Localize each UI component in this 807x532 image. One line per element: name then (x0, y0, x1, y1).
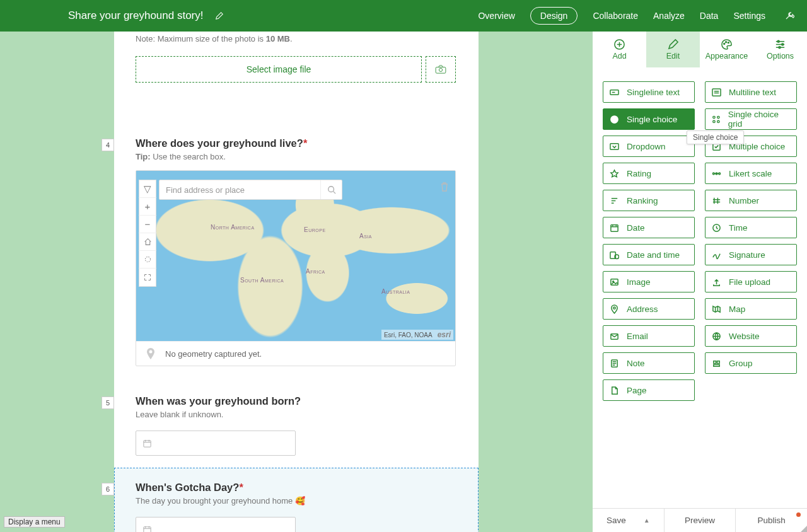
form-surface[interactable]: Note: Maximum size of the photo is 10 MB… (114, 32, 479, 532)
svg-rect-7 (144, 526, 151, 532)
field-icon (610, 277, 619, 287)
field-note[interactable]: Note (603, 352, 695, 374)
field-number[interactable]: Number (705, 190, 797, 211)
calendar-icon (142, 439, 152, 448)
svg-point-10 (726, 42, 727, 43)
map-zoom-out[interactable]: − (139, 216, 156, 233)
map-home[interactable] (139, 233, 156, 251)
field-grid: Singleline textMultiline textSingle choi… (593, 67, 807, 508)
camera-icon (435, 65, 446, 74)
q5-hint: Leave blank if unknown. (136, 410, 457, 419)
map-search-button[interactable] (320, 180, 342, 199)
map-search (159, 180, 342, 200)
tools-icon[interactable] (784, 11, 794, 21)
question-number-6: 6 (102, 483, 114, 495)
form-canvas: Note: Maximum size of the photo is 10 MB… (0, 32, 593, 532)
map-widget[interactable]: North America Europe Asia Africa South A… (136, 170, 456, 366)
field-group[interactable]: Group (705, 352, 797, 374)
resize-handle[interactable] (801, 526, 807, 532)
field-single-choice-grid[interactable]: Single choice grid (705, 108, 797, 130)
preview-button[interactable]: Preview (665, 509, 736, 532)
field-icon (712, 223, 721, 233)
field-email[interactable]: Email (603, 325, 695, 347)
continent-label: Australia (381, 288, 410, 295)
save-button[interactable]: Save▲ (593, 509, 665, 532)
field-icon (712, 250, 721, 260)
map-collapse-tool[interactable]: ▽ (139, 180, 156, 198)
nav-data[interactable]: Data (700, 11, 719, 21)
field-image[interactable]: Image (603, 271, 695, 292)
svg-point-2 (145, 257, 150, 262)
camera-button[interactable] (426, 56, 456, 83)
nav-collaborate[interactable]: Collaborate (593, 11, 638, 21)
nav-design[interactable]: Design (530, 7, 578, 25)
sliders-icon (774, 38, 786, 50)
edit-title-icon[interactable] (215, 11, 224, 20)
field-map[interactable]: Map (705, 298, 797, 320)
q5-label: When was your greyhound born? (136, 395, 457, 407)
field-date[interactable]: Date (603, 217, 695, 238)
field-icon (712, 277, 721, 287)
svg-rect-23 (610, 143, 618, 149)
svg-point-22 (717, 120, 719, 122)
publish-button[interactable]: Publish (736, 509, 807, 532)
field-dropdown[interactable]: Dropdown (603, 136, 695, 157)
nav-settings[interactable]: Settings (733, 11, 765, 21)
question-number-4: 4 (102, 139, 114, 151)
q6-label: When's Gotcha Day?* (136, 482, 457, 494)
svg-point-34 (613, 306, 615, 308)
top-nav: Overview Design Collaborate Analyze Data… (478, 7, 794, 25)
nav-overview[interactable]: Overview (478, 11, 514, 21)
continent-label: Africa (306, 268, 325, 275)
map-fullscreen[interactable] (139, 269, 156, 286)
q6-hint: The day you brought your greyhound home … (136, 496, 457, 506)
tab-add[interactable]: Add (593, 32, 646, 67)
field-multiline-text[interactable]: Multiline text (705, 81, 797, 103)
tab-edit[interactable]: Edit (646, 32, 700, 67)
field-icon (712, 88, 721, 97)
field-icon (712, 169, 721, 178)
tooltip: Single choice (687, 130, 744, 144)
tab-options[interactable]: Options (753, 32, 807, 67)
field-rating[interactable]: Rating (603, 163, 695, 184)
map-search-input[interactable] (160, 185, 320, 195)
field-icon (712, 304, 721, 314)
field-icon (610, 142, 619, 151)
q4-hint: Tip: Use the search box. (136, 152, 457, 161)
field-icon (610, 332, 619, 341)
map-attribution: Esri, FAO, NOAAesri (381, 330, 453, 340)
field-website[interactable]: Website (705, 325, 797, 347)
field-icon (610, 359, 619, 368)
field-date-and-time[interactable]: Date and time (603, 244, 695, 265)
tab-appearance[interactable]: Appearance (700, 32, 753, 67)
field-time[interactable]: Time (705, 217, 797, 238)
q6-date-input[interactable] (136, 517, 296, 532)
continent-label: North America (211, 224, 255, 231)
map-zoom-in[interactable]: + (139, 198, 156, 216)
search-icon (327, 185, 336, 194)
select-image-button[interactable]: Select image file (136, 56, 422, 83)
q5-date-input[interactable] (136, 431, 296, 456)
field-singleline-text[interactable]: Singleline text (603, 81, 695, 103)
field-file-upload[interactable]: File upload (705, 271, 797, 292)
field-icon (712, 332, 721, 341)
field-likert-scale[interactable]: Likert scale (705, 163, 797, 184)
field-icon (712, 196, 721, 205)
nav-analyze[interactable]: Analyze (653, 11, 685, 21)
field-address[interactable]: Address (603, 298, 695, 320)
field-page[interactable]: Page (603, 379, 695, 401)
svg-point-21 (713, 120, 715, 122)
question-number-5: 5 (102, 396, 114, 409)
add-icon (613, 38, 625, 50)
field-signature[interactable]: Signature (705, 244, 797, 265)
field-icon (610, 304, 619, 314)
map-toolbar: ▽ + − (139, 180, 156, 287)
statusbar-hint: Display a menu (4, 516, 65, 528)
map-basemap[interactable] (139, 251, 156, 269)
field-ranking[interactable]: Ranking (603, 190, 695, 211)
field-icon (610, 386, 619, 395)
svg-point-9 (724, 43, 725, 45)
field-single-choice[interactable]: Single choiceSingle choice (603, 108, 695, 130)
pin-icon (146, 348, 155, 359)
map-trash[interactable] (438, 180, 451, 194)
